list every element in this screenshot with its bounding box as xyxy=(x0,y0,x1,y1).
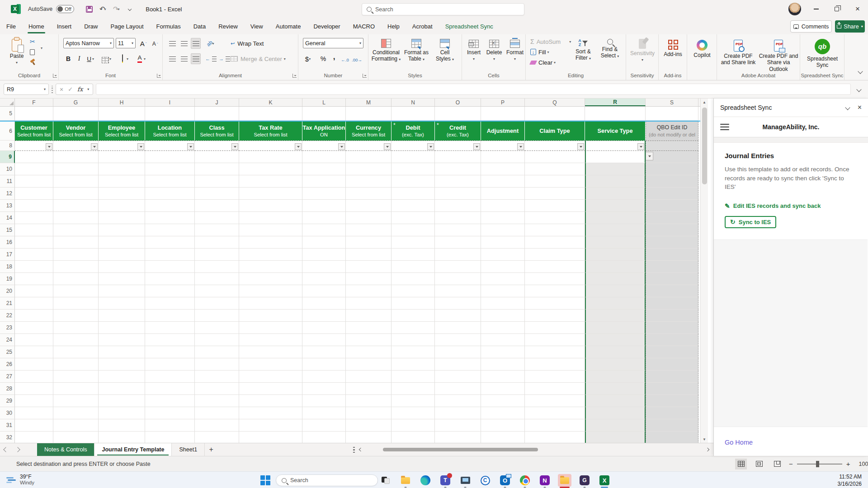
fill-button[interactable]: ↓Fill▾ xyxy=(530,47,549,57)
find-select-button[interactable]: Find &Select ▾ xyxy=(597,36,623,59)
grid-cell-R21[interactable] xyxy=(585,297,646,310)
orientation-button[interactable]: ab▾ xyxy=(205,38,215,49)
grid-cell-F21[interactable] xyxy=(15,297,53,310)
grid-cell-P29[interactable] xyxy=(481,395,525,407)
grid-cell-I5[interactable] xyxy=(145,107,195,121)
grid-cell-J13[interactable] xyxy=(195,200,239,212)
grid-cell-Q20[interactable] xyxy=(525,285,585,297)
row-header-12[interactable]: 12 xyxy=(0,188,15,200)
paste-button[interactable]: Paste▾ xyxy=(6,36,27,65)
grid-cell-K25[interactable] xyxy=(239,346,302,358)
grid-cell-P12[interactable] xyxy=(481,188,525,200)
grid-cell-K18[interactable] xyxy=(239,261,302,273)
table-header-O[interactable]: *Credit(exc. Tax) xyxy=(435,122,481,141)
grid-cell-M28[interactable] xyxy=(346,383,392,395)
grid-cell-H21[interactable] xyxy=(99,297,145,310)
row-header-16[interactable]: 16 xyxy=(0,236,15,249)
grid-cell-N21[interactable] xyxy=(392,297,435,310)
ribbon-tab-draw[interactable]: Draw xyxy=(78,18,104,34)
grid-cell-S32[interactable] xyxy=(646,432,698,443)
grid-cell-K14[interactable] xyxy=(239,212,302,224)
grid-cell-I26[interactable] xyxy=(145,358,195,371)
row-header-26[interactable]: 26 xyxy=(0,358,15,371)
grid-cell-Q23[interactable] xyxy=(525,322,585,334)
grid-cell-J25[interactable] xyxy=(195,346,239,358)
grid-cell-P17[interactable] xyxy=(481,249,525,261)
grid-cell-F14[interactable] xyxy=(15,212,53,224)
grid-cell-L15[interactable] xyxy=(302,224,346,236)
grid-cell-O15[interactable] xyxy=(435,224,481,236)
g-app-button[interactable]: G xyxy=(578,474,591,487)
table-header-K[interactable]: Tax RateSelect from list xyxy=(239,122,302,141)
ribbon-tab-acrobat[interactable]: Acrobat xyxy=(406,18,439,34)
table-header-R[interactable]: Service Type xyxy=(585,122,646,141)
alignment-dialog-launcher[interactable] xyxy=(292,74,297,78)
grid-cell-G22[interactable] xyxy=(53,310,99,322)
column-header-L[interactable]: L xyxy=(302,99,346,106)
grid-cell-H26[interactable] xyxy=(99,358,145,371)
grid-cell-Q28[interactable] xyxy=(525,383,585,395)
grid-cell-F16[interactable] xyxy=(15,236,53,249)
column-header-O[interactable]: O xyxy=(435,99,481,106)
table-header-S[interactable]: QBO Edit ID(do not modify or del xyxy=(646,122,698,141)
column-header-Q[interactable]: Q xyxy=(525,99,585,106)
grid-cell-J29[interactable] xyxy=(195,395,239,407)
row-header-28[interactable]: 28 xyxy=(0,383,15,395)
search-box[interactable]: Search xyxy=(362,3,524,15)
grid-cell-O31[interactable] xyxy=(435,419,481,432)
start-button[interactable] xyxy=(260,475,270,485)
share-button[interactable]: Share ▾ xyxy=(835,20,865,33)
grid-cell-P18[interactable] xyxy=(481,261,525,273)
filter-dropdown-icon[interactable] xyxy=(91,143,98,150)
grid-cell-G5[interactable] xyxy=(53,107,99,121)
grid-cell-K13[interactable] xyxy=(239,200,302,212)
grid-cell-J30[interactable] xyxy=(195,407,239,419)
grid-cell-R24[interactable] xyxy=(585,334,646,346)
grid-cell-I22[interactable] xyxy=(145,310,195,322)
grid-cell-N11[interactable] xyxy=(392,175,435,188)
grid-cell-P30[interactable] xyxy=(481,407,525,419)
insert-function-icon[interactable]: fx xyxy=(77,86,83,93)
row-header-17[interactable]: 17 xyxy=(0,249,15,261)
pane-close-icon[interactable]: × xyxy=(858,103,862,112)
grid-cell-K23[interactable] xyxy=(239,322,302,334)
new-sheet-button[interactable]: + xyxy=(205,443,217,456)
grid-cell-J20[interactable] xyxy=(195,285,239,297)
filter-dropdown-icon[interactable] xyxy=(637,143,644,150)
grid-cell-I25[interactable] xyxy=(145,346,195,358)
user-avatar[interactable] xyxy=(788,3,801,15)
percent-style-button[interactable]: % xyxy=(318,53,328,64)
grid-cell-Q15[interactable] xyxy=(525,224,585,236)
grid-cell-L17[interactable] xyxy=(302,249,346,261)
table-header-I[interactable]: LocationSelect from list xyxy=(145,122,195,141)
grid-cell-N25[interactable] xyxy=(392,346,435,358)
row-header-27[interactable]: 27 xyxy=(0,371,15,383)
grid-cell-N5[interactable] xyxy=(392,107,435,121)
grid-cell-J22[interactable] xyxy=(195,310,239,322)
grid-cell-M17[interactable] xyxy=(346,249,392,261)
grid-cell-O22[interactable] xyxy=(435,310,481,322)
grid-cell-J19[interactable] xyxy=(195,273,239,285)
table-header-N[interactable]: *Debit(exc. Tax) xyxy=(392,122,435,141)
grid-cell-J16[interactable] xyxy=(195,236,239,249)
grid-cell-I14[interactable] xyxy=(145,212,195,224)
delete-cells-button[interactable]: Delete▾ xyxy=(484,37,505,61)
grid-cell-H16[interactable] xyxy=(99,236,145,249)
grid-cell-N15[interactable] xyxy=(392,224,435,236)
grid-cell-M22[interactable] xyxy=(346,310,392,322)
autosum-button[interactable]: ΣAutoSum▾ xyxy=(530,36,571,47)
grid-cell-R8[interactable] xyxy=(585,141,646,151)
filter-dropdown-icon[interactable] xyxy=(231,143,238,150)
grid-cell-F18[interactable] xyxy=(15,261,53,273)
ribbon-tab-macro[interactable]: MACRO xyxy=(347,18,381,34)
grid-cell-I21[interactable] xyxy=(145,297,195,310)
hscroll-left-icon[interactable] xyxy=(355,448,367,451)
grid-cell-H23[interactable] xyxy=(99,322,145,334)
grid-cell-O24[interactable] xyxy=(435,334,481,346)
chrome-button[interactable] xyxy=(518,474,532,487)
sheet-tab-journal-entry-template[interactable]: Journal Entry Template xyxy=(94,443,172,456)
grid-cell-H17[interactable] xyxy=(99,249,145,261)
grid-cell-Q29[interactable] xyxy=(525,395,585,407)
row-header-13[interactable]: 13 xyxy=(0,200,15,212)
grid-cell-Q32[interactable] xyxy=(525,432,585,443)
